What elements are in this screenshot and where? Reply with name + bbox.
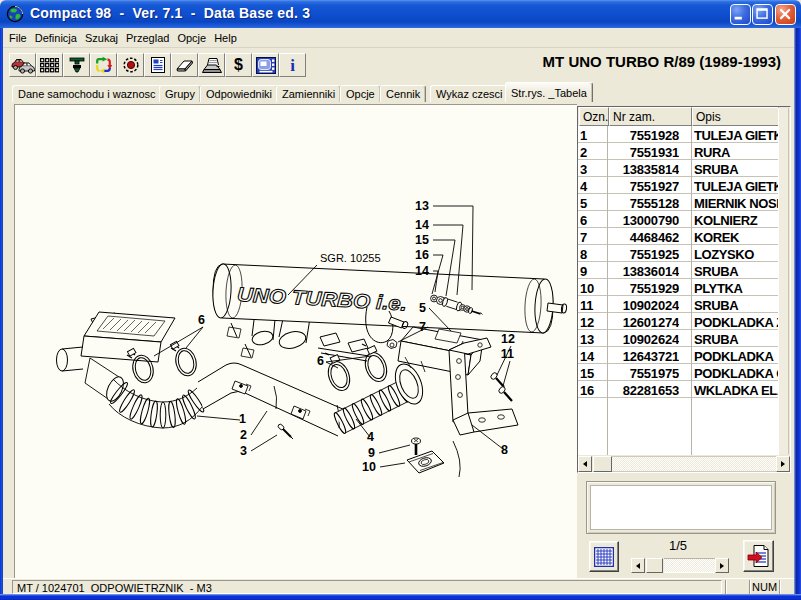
page-prev-button[interactable] <box>631 558 645 573</box>
table-row[interactable]: 17551928TULEJA GIETKA <box>578 126 779 143</box>
title-bar: Compact 98 - Ver. 7.1 - Data Base ed. 3 <box>0 0 801 28</box>
table-row[interactable]: 1310902624SRUBA <box>578 330 779 347</box>
hscroll-left-button[interactable] <box>578 456 592 472</box>
table-row[interactable]: 1212601274PODKLADKA ZE <box>578 313 779 330</box>
hscroll-thumb[interactable] <box>593 456 612 472</box>
table-cell: 7551927 <box>608 180 679 194</box>
menu-file[interactable]: File <box>5 32 31 44</box>
menu-help[interactable]: Help <box>210 32 241 44</box>
table-cell: 1 <box>580 129 607 143</box>
column-header-label: Nr zam. <box>613 110 655 124</box>
toolbar-document-button[interactable] <box>144 53 171 77</box>
menu-przeglad[interactable]: Przeglad <box>122 32 173 44</box>
tab-label: Zamienniki <box>282 88 335 100</box>
page-slider-track[interactable] <box>664 558 715 573</box>
col-header-nrzam[interactable]: Nr zam. <box>609 107 692 126</box>
table-cell: 9 <box>580 265 607 279</box>
nut-7 <box>387 340 397 349</box>
toolbar-eraser-button[interactable] <box>171 53 198 77</box>
table-cell: 7 <box>580 231 607 245</box>
status-divider <box>725 580 727 594</box>
tab-opcje[interactable]: Opcje <box>340 85 381 102</box>
toolbar-press-button[interactable] <box>63 53 90 77</box>
grid-view-button[interactable] <box>589 541 619 572</box>
hscroll-right-button[interactable] <box>776 456 790 472</box>
table-cell: 7551929 <box>608 282 679 296</box>
sync-icon <box>94 56 113 74</box>
column-header-label: Ozn. <box>583 110 608 124</box>
table-row[interactable]: 313835814SRUBA <box>578 160 779 177</box>
table-row[interactable]: 74468462KOREK <box>578 228 779 245</box>
minimize-icon <box>731 5 750 24</box>
tab-zamienniki[interactable]: Zamienniki <box>276 85 341 102</box>
info-icon: i <box>290 57 295 74</box>
table-row[interactable]: 57555128MIERNIK NOSNIKA <box>578 194 779 211</box>
toolbar-wheel-button[interactable] <box>117 53 144 77</box>
column-separator <box>691 126 692 455</box>
right-arrow-icon <box>720 563 724 569</box>
menu-definicja[interactable]: Definicja <box>31 32 81 44</box>
callout-label: 8 <box>501 443 508 457</box>
table-row[interactable]: 27551931RURA <box>578 143 779 160</box>
table-row[interactable]: 613000790KOLNIERZ <box>578 211 779 228</box>
table-row[interactable]: 913836014SRUBA <box>578 262 779 279</box>
toolbar-preview-button[interactable] <box>252 53 279 77</box>
minimize-button[interactable] <box>730 4 751 25</box>
table-cell: 13836014 <box>608 265 679 279</box>
callout-label: 14 <box>415 264 429 278</box>
hscroll-track[interactable] <box>612 456 776 472</box>
menu-szukaj[interactable]: Szukaj <box>81 32 122 44</box>
table-row[interactable]: 107551929PLYTKA <box>578 279 779 296</box>
table-row[interactable]: 47551927TULEJA GIETKA <box>578 177 779 194</box>
table-row[interactable]: 1110902024SRUBA <box>578 296 779 313</box>
tab-str-rys-tabela[interactable]: Str.rys. _Tabela <box>505 82 593 102</box>
page-slider-thumb[interactable] <box>646 558 663 573</box>
table-row[interactable]: 157551975PODKLADKA GU <box>578 364 779 381</box>
toolbar-printer-button[interactable] <box>198 53 225 77</box>
tab-wykaz-czesci[interactable]: Wykaz czesci <box>430 85 509 102</box>
tab-grupy[interactable]: Grupy <box>159 85 201 102</box>
tab-odpowiedniki[interactable]: Odpowiedniki <box>200 85 278 102</box>
press-icon <box>68 56 86 74</box>
model-title: MT UNO TURBO R/89 (1989-1993) <box>543 53 781 70</box>
menu-opcje[interactable]: Opcje <box>173 32 210 44</box>
maximize-button[interactable] <box>752 4 773 25</box>
tab-cennik[interactable]: Cennik <box>380 85 426 102</box>
table-rows[interactable]: 17551928TULEJA GIETKA27551931RURA3138358… <box>578 126 779 455</box>
cars-icon <box>11 56 35 74</box>
close-button[interactable] <box>775 4 796 25</box>
memo-box[interactable] <box>586 481 776 534</box>
tab-dane-samochodu[interactable]: Dane samochodu i waznosc <box>12 85 162 102</box>
table-cell: 12643721 <box>608 350 679 364</box>
page-next-button[interactable] <box>715 558 729 573</box>
toolbar-cars-button[interactable] <box>9 53 36 77</box>
eraser-icon <box>175 57 195 73</box>
table-cell: 12601274 <box>608 316 679 330</box>
wheel-icon <box>122 56 140 74</box>
table-row[interactable]: 1682281653WKLADKA ELAST <box>578 381 779 398</box>
diagram-panel: UNO TURBO i.e. <box>14 104 577 578</box>
table-cell: 10 <box>580 282 607 296</box>
toolbar-prices-button[interactable]: $ <box>225 53 252 77</box>
table-row[interactable]: 1412643721PODKLADKA <box>578 347 779 364</box>
table-cell: 10902624 <box>608 333 679 347</box>
memo-box-inner[interactable] <box>590 485 772 530</box>
tab-label: Opcje <box>346 88 375 100</box>
grid-icon <box>40 58 59 73</box>
parts-table: Ozn. Nr zam. Opis 17551928TULEJA GIETKA2… <box>577 106 791 473</box>
export-button[interactable] <box>743 540 774 572</box>
toolbar-sync-button[interactable] <box>90 53 117 77</box>
col-header-ozn[interactable]: Ozn. <box>579 107 609 126</box>
table-cell: RURA <box>694 146 779 160</box>
table-horizontal-scrollbar[interactable] <box>578 456 790 472</box>
col-header-opis[interactable]: Opis <box>692 107 779 126</box>
table-cell: KOREK <box>694 231 779 245</box>
table-cell: SRUBA <box>694 299 779 313</box>
table-cell: 4468462 <box>608 231 679 245</box>
table-vertical-scrollbar[interactable] <box>778 108 789 454</box>
toolbar-grid-button[interactable] <box>36 53 63 77</box>
callout-label: 1 <box>239 412 246 426</box>
table-row[interactable]: 87551925LOZYSKO <box>578 245 779 262</box>
toolbar-info-button[interactable]: i <box>279 53 306 77</box>
table-cell: LOZYSKO <box>694 248 779 262</box>
